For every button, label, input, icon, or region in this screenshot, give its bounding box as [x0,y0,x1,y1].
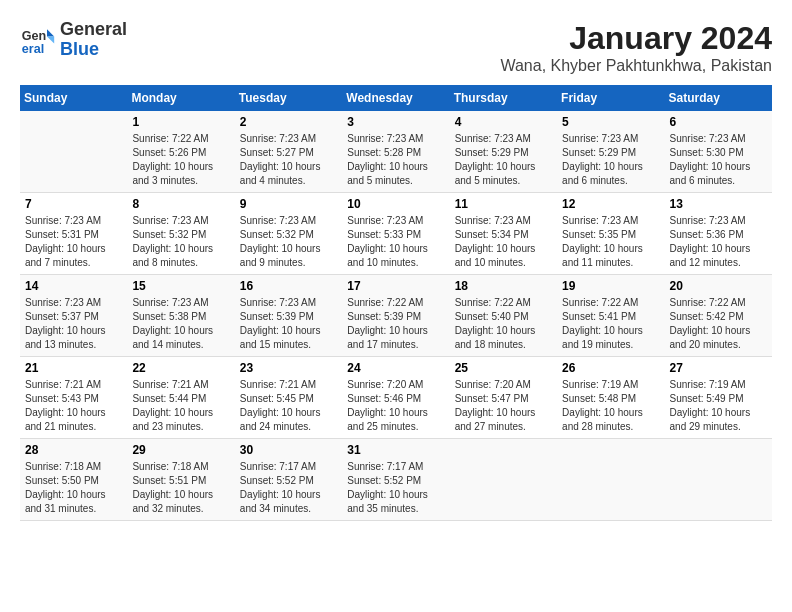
logo-text: General Blue [60,20,127,60]
day-number: 1 [132,115,229,129]
day-number: 5 [562,115,659,129]
day-number: 31 [347,443,444,457]
day-info: Sunrise: 7:23 AMSunset: 5:30 PMDaylight:… [670,132,767,188]
week-row-2: 7Sunrise: 7:23 AMSunset: 5:31 PMDaylight… [20,193,772,275]
day-info: Sunrise: 7:18 AMSunset: 5:51 PMDaylight:… [132,460,229,516]
title-section: January 2024 Wana, Khyber Pakhtunkhwa, P… [500,20,772,75]
calendar-cell: 19Sunrise: 7:22 AMSunset: 5:41 PMDayligh… [557,275,664,357]
calendar-cell: 14Sunrise: 7:23 AMSunset: 5:37 PMDayligh… [20,275,127,357]
day-number: 19 [562,279,659,293]
calendar-cell [557,439,664,521]
calendar-cell: 8Sunrise: 7:23 AMSunset: 5:32 PMDaylight… [127,193,234,275]
day-number: 10 [347,197,444,211]
day-number: 23 [240,361,337,375]
day-info: Sunrise: 7:22 AMSunset: 5:39 PMDaylight:… [347,296,444,352]
header-tuesday: Tuesday [235,85,342,111]
header-wednesday: Wednesday [342,85,449,111]
day-info: Sunrise: 7:23 AMSunset: 5:29 PMDaylight:… [455,132,552,188]
calendar-cell: 10Sunrise: 7:23 AMSunset: 5:33 PMDayligh… [342,193,449,275]
day-info: Sunrise: 7:23 AMSunset: 5:38 PMDaylight:… [132,296,229,352]
day-info: Sunrise: 7:17 AMSunset: 5:52 PMDaylight:… [240,460,337,516]
week-row-5: 28Sunrise: 7:18 AMSunset: 5:50 PMDayligh… [20,439,772,521]
day-number: 7 [25,197,122,211]
page-subtitle: Wana, Khyber Pakhtunkhwa, Pakistan [500,57,772,75]
calendar-cell: 21Sunrise: 7:21 AMSunset: 5:43 PMDayligh… [20,357,127,439]
day-info: Sunrise: 7:23 AMSunset: 5:34 PMDaylight:… [455,214,552,270]
calendar-cell: 28Sunrise: 7:18 AMSunset: 5:50 PMDayligh… [20,439,127,521]
day-number: 26 [562,361,659,375]
logo-icon: Gen eral [20,22,56,58]
logo: Gen eral General Blue [20,20,127,60]
calendar-cell: 13Sunrise: 7:23 AMSunset: 5:36 PMDayligh… [665,193,772,275]
day-info: Sunrise: 7:23 AMSunset: 5:32 PMDaylight:… [132,214,229,270]
calendar-cell: 4Sunrise: 7:23 AMSunset: 5:29 PMDaylight… [450,111,557,193]
header-saturday: Saturday [665,85,772,111]
page-title: January 2024 [500,20,772,57]
calendar-cell: 1Sunrise: 7:22 AMSunset: 5:26 PMDaylight… [127,111,234,193]
day-number: 25 [455,361,552,375]
calendar-cell: 31Sunrise: 7:17 AMSunset: 5:52 PMDayligh… [342,439,449,521]
day-info: Sunrise: 7:23 AMSunset: 5:36 PMDaylight:… [670,214,767,270]
week-row-3: 14Sunrise: 7:23 AMSunset: 5:37 PMDayligh… [20,275,772,357]
day-number: 17 [347,279,444,293]
calendar-cell [450,439,557,521]
day-number: 4 [455,115,552,129]
day-info: Sunrise: 7:23 AMSunset: 5:33 PMDaylight:… [347,214,444,270]
day-number: 18 [455,279,552,293]
day-info: Sunrise: 7:20 AMSunset: 5:46 PMDaylight:… [347,378,444,434]
day-number: 8 [132,197,229,211]
day-number: 22 [132,361,229,375]
day-info: Sunrise: 7:23 AMSunset: 5:28 PMDaylight:… [347,132,444,188]
day-info: Sunrise: 7:23 AMSunset: 5:32 PMDaylight:… [240,214,337,270]
day-number: 3 [347,115,444,129]
calendar-cell: 29Sunrise: 7:18 AMSunset: 5:51 PMDayligh… [127,439,234,521]
day-number: 20 [670,279,767,293]
header-monday: Monday [127,85,234,111]
header-friday: Friday [557,85,664,111]
calendar-cell: 30Sunrise: 7:17 AMSunset: 5:52 PMDayligh… [235,439,342,521]
calendar-cell: 12Sunrise: 7:23 AMSunset: 5:35 PMDayligh… [557,193,664,275]
day-info: Sunrise: 7:23 AMSunset: 5:29 PMDaylight:… [562,132,659,188]
calendar-cell: 25Sunrise: 7:20 AMSunset: 5:47 PMDayligh… [450,357,557,439]
day-number: 15 [132,279,229,293]
day-number: 6 [670,115,767,129]
day-info: Sunrise: 7:23 AMSunset: 5:39 PMDaylight:… [240,296,337,352]
day-number: 11 [455,197,552,211]
calendar-header-row: SundayMondayTuesdayWednesdayThursdayFrid… [20,85,772,111]
week-row-4: 21Sunrise: 7:21 AMSunset: 5:43 PMDayligh… [20,357,772,439]
calendar-cell [20,111,127,193]
calendar-cell: 26Sunrise: 7:19 AMSunset: 5:48 PMDayligh… [557,357,664,439]
calendar-cell: 17Sunrise: 7:22 AMSunset: 5:39 PMDayligh… [342,275,449,357]
calendar-cell: 23Sunrise: 7:21 AMSunset: 5:45 PMDayligh… [235,357,342,439]
calendar-cell: 6Sunrise: 7:23 AMSunset: 5:30 PMDaylight… [665,111,772,193]
day-info: Sunrise: 7:19 AMSunset: 5:49 PMDaylight:… [670,378,767,434]
day-number: 27 [670,361,767,375]
header-sunday: Sunday [20,85,127,111]
calendar-cell: 18Sunrise: 7:22 AMSunset: 5:40 PMDayligh… [450,275,557,357]
day-number: 12 [562,197,659,211]
day-info: Sunrise: 7:21 AMSunset: 5:45 PMDaylight:… [240,378,337,434]
calendar-cell: 20Sunrise: 7:22 AMSunset: 5:42 PMDayligh… [665,275,772,357]
day-number: 29 [132,443,229,457]
day-info: Sunrise: 7:23 AMSunset: 5:35 PMDaylight:… [562,214,659,270]
day-number: 21 [25,361,122,375]
calendar-cell: 3Sunrise: 7:23 AMSunset: 5:28 PMDaylight… [342,111,449,193]
day-info: Sunrise: 7:18 AMSunset: 5:50 PMDaylight:… [25,460,122,516]
day-info: Sunrise: 7:22 AMSunset: 5:42 PMDaylight:… [670,296,767,352]
day-info: Sunrise: 7:19 AMSunset: 5:48 PMDaylight:… [562,378,659,434]
day-number: 9 [240,197,337,211]
day-info: Sunrise: 7:22 AMSunset: 5:40 PMDaylight:… [455,296,552,352]
day-number: 30 [240,443,337,457]
header-thursday: Thursday [450,85,557,111]
calendar-cell: 5Sunrise: 7:23 AMSunset: 5:29 PMDaylight… [557,111,664,193]
week-row-1: 1Sunrise: 7:22 AMSunset: 5:26 PMDaylight… [20,111,772,193]
calendar-cell: 24Sunrise: 7:20 AMSunset: 5:46 PMDayligh… [342,357,449,439]
day-number: 24 [347,361,444,375]
page-header: Gen eral General Blue January 2024 Wana,… [20,20,772,75]
day-number: 28 [25,443,122,457]
calendar-cell [665,439,772,521]
day-info: Sunrise: 7:23 AMSunset: 5:37 PMDaylight:… [25,296,122,352]
calendar-cell: 15Sunrise: 7:23 AMSunset: 5:38 PMDayligh… [127,275,234,357]
day-info: Sunrise: 7:21 AMSunset: 5:43 PMDaylight:… [25,378,122,434]
calendar-cell: 16Sunrise: 7:23 AMSunset: 5:39 PMDayligh… [235,275,342,357]
